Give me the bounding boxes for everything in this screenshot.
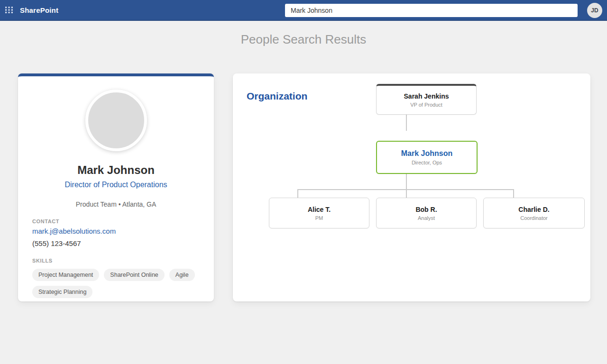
org-node-report[interactable]: Alice T. PM (269, 198, 369, 228)
org-node-current[interactable]: Mark Johnson Director, Ops (376, 141, 478, 174)
org-node-title: Director, Ops (412, 160, 442, 165)
skill-tag: SharePoint Online (104, 269, 164, 281)
account-avatar[interactable]: JD (587, 3, 602, 18)
org-connector-line (406, 115, 407, 131)
org-node-name: Bob R. (415, 206, 437, 213)
org-node-name: Alice T. (308, 206, 331, 213)
profile-photo-placeholder (85, 90, 147, 151)
skills-section: SKILLS Project Management SharePoint Onl… (18, 258, 214, 298)
skill-tag: Agile (169, 269, 195, 281)
org-node-report[interactable]: Charlie D. Coordinator (483, 198, 585, 228)
profile-name: Mark Johnson (18, 164, 214, 177)
org-connector-line (513, 189, 514, 198)
skills-label: SKILLS (32, 258, 200, 264)
skill-tag: Project Management (32, 269, 99, 281)
org-node-name: Mark Johnson (401, 149, 452, 158)
skills-list: Project Management SharePoint Online Agi… (32, 269, 200, 298)
topbar: SharePoint JD (0, 0, 607, 21)
contact-section: CONTACT mark.j@abelsolutions.com (555) 1… (18, 218, 214, 247)
org-connector-line (297, 189, 298, 198)
organization-heading: Organization (247, 91, 307, 102)
profile-card: Mark Johnson Director of Product Operati… (18, 73, 214, 301)
org-node-name: Sarah Jenkins (404, 92, 449, 100)
org-node-title: PM (315, 215, 323, 221)
organization-card: Organization Sarah Jenkins VP of Product… (233, 73, 590, 301)
page-title: People Search Results (0, 32, 607, 47)
skill-tag: Strategic Planning (32, 286, 92, 298)
profile-team-location: Product Team • Atlanta, GA (18, 200, 214, 208)
org-node-title: Coordinator (520, 215, 547, 221)
contact-label: CONTACT (32, 218, 200, 224)
sharepoint-logo-text[interactable]: SharePoint (20, 6, 58, 14)
phone-number: (555) 123-4567 (32, 239, 200, 247)
org-node-report[interactable]: Bob R. Analyst (376, 198, 477, 228)
org-node-name: Charlie D. (518, 206, 549, 213)
org-node-manager[interactable]: Sarah Jenkins VP of Product (376, 84, 477, 115)
app-launcher-icon[interactable] (0, 0, 18, 20)
org-node-title: Analyst (418, 215, 435, 221)
search-input[interactable] (285, 4, 578, 17)
org-connector-line (406, 174, 407, 189)
org-node-title: VP of Product (410, 102, 442, 108)
org-connector-line (406, 189, 407, 198)
waffle-grid-icon (5, 6, 13, 14)
profile-job-title: Director of Product Operations (18, 181, 214, 189)
email-link[interactable]: mark.j@abelsolutions.com (32, 227, 200, 235)
